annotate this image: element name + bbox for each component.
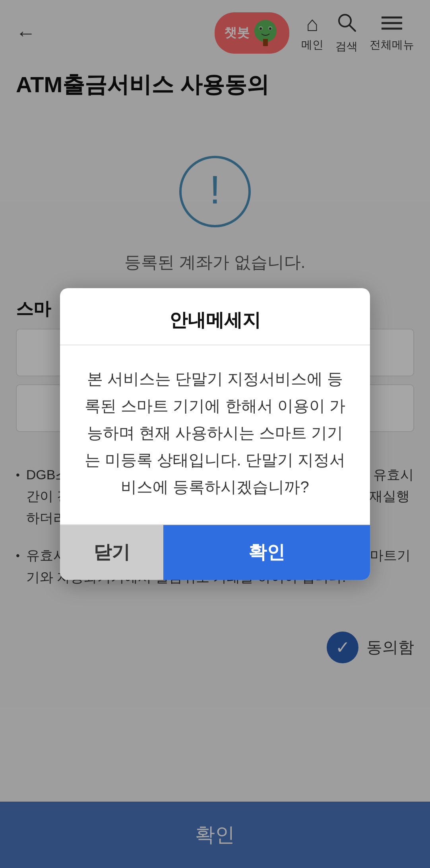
modal-confirm-button[interactable]: 확인 xyxy=(163,525,370,580)
modal-close-button[interactable]: 닫기 xyxy=(60,525,163,580)
modal-overlay: 안내메세지 본 서비스는 단말기 지정서비스에 등록된 스마트 기기에 한해서 … xyxy=(0,0,430,868)
modal-header: 안내메세지 xyxy=(60,288,370,345)
modal-footer: 닫기 확인 xyxy=(60,524,370,580)
modal-body: 본 서비스는 단말기 지정서비스에 등록된 스마트 기기에 한해서 이용이 가능… xyxy=(60,345,370,524)
modal-dialog: 안내메세지 본 서비스는 단말기 지정서비스에 등록된 스마트 기기에 한해서 … xyxy=(60,288,370,580)
modal-title: 안내메세지 xyxy=(169,310,261,330)
